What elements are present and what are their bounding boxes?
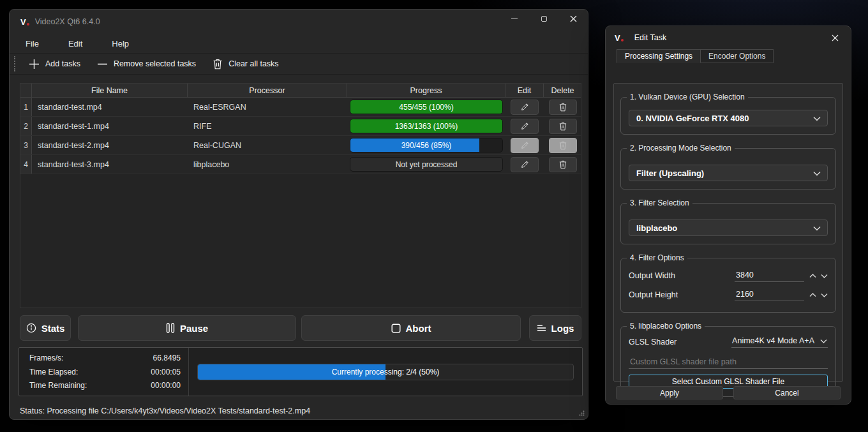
dialog-title: Edit Task — [634, 33, 667, 42]
file-name-cell: standard-test-2.mp4 — [32, 136, 188, 154]
delete-task-button[interactable] — [549, 100, 577, 115]
progress-text: 1363/1363 (100%) — [350, 119, 502, 133]
pause-button[interactable]: Pause — [78, 315, 296, 341]
progress-bar: 390/456 (85%) — [350, 138, 503, 153]
video2x-main-window: V Video2X Qt6 6.4.0 File Edit Help Add t… — [9, 9, 588, 420]
logs-button[interactable]: Logs — [529, 315, 581, 341]
progress-cell: 455/455 (100%) — [347, 98, 505, 116]
remove-selected-tasks-button[interactable]: Remove selected tasks — [91, 55, 202, 73]
table-row[interactable]: 4 standard-test-3.mp4 libplacebo Not yet… — [20, 155, 581, 174]
pencil-icon — [521, 160, 529, 168]
dialog-close-button[interactable] — [825, 29, 844, 47]
apply-button[interactable]: Apply — [616, 386, 723, 399]
progress-text: 455/455 (100%) — [350, 100, 502, 114]
group-label: 2. Processing Mode Selection — [627, 144, 735, 153]
spin-down-icon[interactable] — [821, 274, 828, 278]
output-height-input[interactable]: 2160 — [735, 288, 804, 301]
minus-icon — [97, 59, 108, 70]
menu-file[interactable]: File — [22, 37, 43, 50]
row-number: 3 — [20, 136, 32, 154]
toolbar-drag-handle[interactable] — [14, 56, 16, 71]
group-filter-options: 4. Filter Options Output Width 3840 Outp… — [620, 258, 836, 313]
maximize-button[interactable] — [529, 10, 558, 27]
header-edit[interactable]: Edit — [505, 84, 544, 97]
status-text: Status: Processing file C:/Users/k4yt3x/… — [20, 406, 310, 415]
processing-mode-select[interactable]: Filter (Upscaling) — [629, 165, 828, 181]
dialog-titlebar[interactable]: V Edit Task — [606, 26, 851, 49]
header-delete[interactable]: Delete — [544, 84, 581, 97]
chevron-down-icon — [813, 116, 821, 121]
delete-task-button-disabled — [549, 138, 577, 153]
metric-value: 00:00:05 — [151, 368, 181, 376]
row-number: 4 — [20, 155, 32, 174]
close-button[interactable] — [558, 10, 588, 27]
edit-task-dialog: V Edit Task Processing Settings Encoder … — [605, 26, 851, 405]
filter-select[interactable]: libplacebo — [629, 220, 828, 236]
edit-task-button-disabled — [511, 138, 539, 153]
header-row-number — [20, 84, 32, 97]
progress-text: 390/456 (85%) — [350, 138, 502, 152]
minimize-button[interactable] — [500, 10, 529, 27]
minimize-icon — [511, 19, 518, 19]
processor-cell: libplacebo — [188, 155, 347, 174]
status-bar: Status: Processing file C:/Users/k4yt3x/… — [10, 403, 588, 419]
maximize-icon — [541, 16, 547, 22]
row-number: 2 — [20, 117, 32, 135]
metric-time-elapsed: Time Elapsed: 00:00:05 — [29, 368, 181, 376]
titlebar[interactable]: V Video2X Qt6 6.4.0 — [10, 10, 588, 34]
glsl-shader-select[interactable]: Anime4K v4 Mode A+A — [731, 336, 828, 348]
close-icon — [570, 15, 577, 22]
menu-edit[interactable]: Edit — [64, 37, 86, 50]
processor-cell: Real-CUGAN — [188, 136, 347, 154]
header-progress[interactable]: Progress — [347, 84, 505, 97]
processor-cell: Real-ESRGAN — [188, 98, 347, 116]
table-row[interactable]: 1 standard-test.mp4 Real-ESRGAN 455/455 … — [20, 98, 581, 117]
spin-up-icon[interactable] — [809, 293, 816, 297]
close-icon — [832, 34, 839, 41]
progress-bar: 455/455 (100%) — [350, 100, 503, 114]
delete-task-button[interactable] — [549, 157, 577, 172]
pencil-icon — [521, 103, 529, 111]
stats-button[interactable]: Stats — [20, 315, 71, 341]
table-row[interactable]: 3 standard-test-2.mp4 Real-CUGAN 390/456… — [20, 136, 581, 155]
video2x-logo-icon: V — [20, 18, 29, 26]
progress-cell: 1363/1363 (100%) — [347, 117, 505, 135]
task-table: File Name Processor Progress Edit Delete… — [20, 83, 581, 308]
group-label: 3. Filter Selection — [627, 198, 692, 207]
edit-task-button[interactable] — [511, 157, 539, 172]
group-label: 1. Vulkan Device (GPU) Selection — [627, 93, 748, 101]
action-buttons-row: Stats Pause Abort Logs — [20, 315, 581, 341]
add-tasks-button[interactable]: Add tasks — [22, 55, 87, 73]
clear-all-tasks-button[interactable]: Clear all tasks — [206, 55, 285, 73]
metric-time-remaining: Time Remaining: 00:00:00 — [29, 381, 181, 390]
custom-shader-path-input[interactable]: Custom GLSL shader file path — [629, 355, 828, 369]
menu-help[interactable]: Help — [108, 37, 133, 50]
progress-cell: 390/456 (85%) — [347, 136, 505, 154]
resize-grip[interactable] — [579, 410, 585, 416]
stats-panel: Frames/s: 66.8495 Time Elapsed: 00:00:05… — [19, 347, 583, 396]
progress-cell: Not yet processed — [347, 155, 505, 174]
table-header: File Name Processor Progress Edit Delete — [20, 84, 581, 98]
progress-bar: Not yet processed — [350, 157, 503, 172]
gpu-select[interactable]: 0. NVIDIA GeForce RTX 4080 — [629, 110, 828, 126]
file-name-cell: standard-test-1.mp4 — [32, 117, 188, 135]
overall-progress-text: Currently processing: 2/4 (50%) — [198, 364, 573, 380]
glsl-shader-label: GLSL Shader — [629, 338, 677, 346]
abort-button[interactable]: Abort — [301, 315, 521, 341]
cancel-button[interactable]: Cancel — [733, 386, 841, 399]
spin-down-icon[interactable] — [821, 293, 828, 297]
spin-up-icon[interactable] — [809, 274, 816, 278]
plus-icon — [29, 59, 40, 70]
group-label: 4. Filter Options — [627, 253, 687, 262]
tab-encoder-options[interactable]: Encoder Options — [701, 49, 774, 63]
edit-task-button[interactable] — [511, 100, 539, 115]
table-row[interactable]: 2 standard-test-1.mp4 RIFE 1363/1363 (10… — [20, 117, 581, 136]
metrics-column: Frames/s: 66.8495 Time Elapsed: 00:00:05… — [19, 348, 189, 396]
tab-processing-settings[interactable]: Processing Settings — [617, 49, 701, 63]
edit-task-button[interactable] — [511, 119, 539, 134]
output-width-input[interactable]: 3840 — [735, 269, 804, 282]
header-file-name[interactable]: File Name — [32, 84, 188, 97]
header-processor[interactable]: Processor — [188, 84, 347, 97]
processor-cell: RIFE — [188, 117, 347, 135]
delete-task-button[interactable] — [549, 119, 577, 134]
